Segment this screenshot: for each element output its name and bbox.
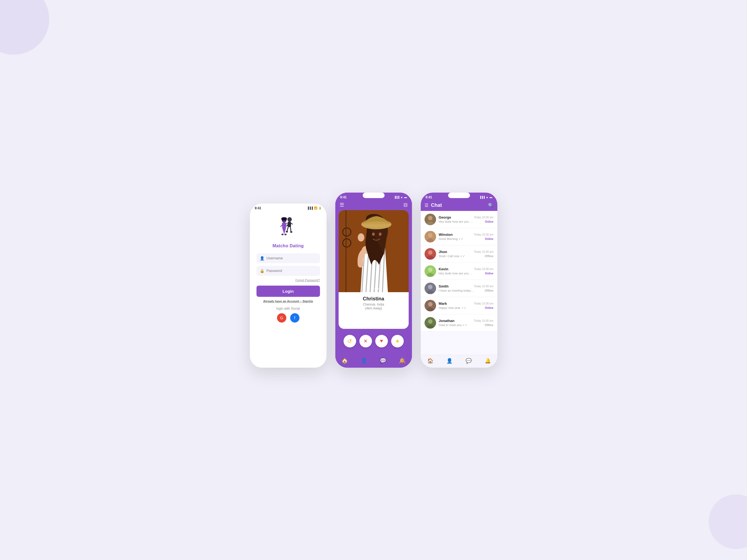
signup-bold: SignUp [303,299,313,303]
super-like-button[interactable]: ★ [391,335,404,347]
chat-title: Chat [431,203,485,208]
avatar-mark [424,300,436,311]
like-button[interactable]: ♥ [375,335,388,347]
username-input[interactable] [266,256,317,260]
chat-status-jonathan: Offline [485,324,493,327]
login-button[interactable]: Login [256,286,320,297]
svg-point-14 [284,234,287,235]
bell-nav-icon[interactable]: 🔔 [399,357,406,364]
bg-decoration-right [709,494,747,549]
home-nav-icon[interactable]: 🏠 [341,357,348,364]
login-status-bar: 9:41 ▐▐▐ 📶 🔋 [250,204,327,212]
login-time: 9:41 [255,206,261,210]
social-label: login with Social [276,307,300,311]
svg-point-41 [428,250,433,255]
chat-home-nav[interactable]: 🏠 [427,358,433,364]
login-phone: 9:41 ▐▐▐ 📶 🔋 [250,204,327,368]
svg-point-7 [290,231,292,233]
profile-status-icons: ▐▐▐ ▲ ▬ [394,195,407,198]
svg-point-44 [428,268,433,272]
chat-item-mark[interactable]: Mark Today 10.00 am Happy new year ✓✓ On… [421,297,497,314]
login-body: Matcho Dating 👤 🔒 Forgot Password? Login… [250,212,327,368]
svg-point-6 [286,231,288,233]
svg-point-32 [372,233,375,236]
svg-line-12 [285,223,288,224]
refresh-button[interactable]: ↺ [343,335,356,347]
chat-msg-jonathan: Glad to meet you ✓✓ [439,323,467,327]
chat-status-kevin: Online [485,272,493,275]
notch-pill [363,193,385,198]
signup-prefix: Already have an Account – [263,299,303,303]
chat-item-george[interactable]: George Today 10.00 am Hey dude how are y… [421,211,497,228]
chat-msg-smith: I have an meeting today ✓✓ [439,289,474,292]
signal-icon3: ▐▐▐ [479,196,485,198]
username-field-container[interactable]: 👤 [256,253,320,263]
svg-marker-10 [282,227,286,234]
chat-item-smith[interactable]: Smith Today 10.00 am I have an meeting t… [421,280,497,297]
dot-3 [374,288,376,289]
chat-status-jhon: Offline [485,255,493,258]
password-input[interactable] [266,269,317,273]
svg-rect-19 [345,210,346,292]
logo-area: Matcho Dating [273,214,304,248]
dot-4 [377,288,379,289]
svg-point-13 [281,234,284,235]
profile-info: Christina Chennai, India (4km Away) [339,292,409,314]
logo-illustration [275,214,302,242]
google-login-button[interactable]: G [277,313,286,323]
chat-item-jonathan[interactable]: Jonathan Today 10.00 am Glad to meet you… [421,314,497,331]
chat-name-smith: Smith [439,284,448,288]
logo-text: Matcho Dating [273,243,304,248]
profile-nav-icon[interactable]: 👤 [360,357,367,364]
chat-name-jhon: Jhon [439,250,447,254]
profile-actions: ↺ ✕ ♥ ★ [339,331,409,351]
chat-content-mark: Mark Today 10.00 am Happy new year ✓✓ On… [439,301,493,310]
svg-point-31 [361,221,391,227]
chat-item-kevin[interactable]: Kevin Today 10.00 am Hey dude how are yo… [421,263,497,280]
chat-name-mark: Mark [439,301,447,305]
chat-menu-icon[interactable]: ☰ [424,203,429,208]
chat-time-kevin: Today 10.00 am [474,268,493,271]
facebook-login-button[interactable]: f [290,313,300,323]
chat-content-jonathan: Jonathan Today 10.00 am Glad to meet you… [439,319,493,327]
avatar-george [424,214,436,225]
dislike-button[interactable]: ✕ [359,335,372,347]
user-icon: 👤 [260,256,264,261]
chat-nav-icon[interactable]: 💬 [380,357,387,364]
chat-messages-nav[interactable]: 💬 [466,358,472,364]
forgot-password-link[interactable]: Forgot Password? [295,278,320,282]
dot-2 [371,288,373,289]
svg-point-0 [287,217,292,221]
chat-item-winston[interactable]: Winston Today 10.00 am Good Morning ✓✓ O… [421,228,497,245]
profile-location: Chennai, India (4km Away) [343,302,404,310]
profile-time: 9:41 [340,195,347,199]
filter-icon[interactable]: ⊟ [404,202,408,208]
svg-line-4 [287,227,288,232]
chat-time-winston: Today 10.00 am [474,233,493,236]
facebook-icon: f [294,315,295,320]
bg-decoration-left [0,0,49,55]
chat-content-smith: Smith Today 10.00 am I have an meeting t… [439,284,493,292]
svg-point-33 [379,233,382,236]
chat-item-jhon[interactable]: Jhon Today 10.00 am Shall i Call now ✓✓ … [421,245,497,263]
chat-msg-kevin: Hey dude how are you ✓✓ [439,272,474,275]
svg-point-50 [428,302,433,306]
chat-status-smith: Offline [485,289,493,292]
photo-dots [368,288,379,289]
chat-time-smith: Today 10.00 am [474,285,493,288]
signup-link[interactable]: Already have an Account – SignUp [263,299,313,303]
profile-bottom-nav: 🏠 👤 💬 🔔 [335,354,412,368]
avatar-jhon [424,248,436,260]
battery-icon: 🔋 [318,207,321,210]
chat-search-icon[interactable]: 🔍 [488,203,493,208]
chat-body: ☰ Chat 🔍 George [421,201,497,368]
chat-bell-nav[interactable]: 🔔 [485,358,491,364]
chat-content-george: George Today 10.00 am Hey dude how are y… [439,215,493,223]
lock-icon: 🔒 [260,269,264,273]
profile-body: ☰ ⊟ [335,201,412,368]
hamburger-icon[interactable]: ☰ [340,202,344,208]
chat-time-jonathan: Today 10.00 am [474,319,493,322]
chat-profile-nav[interactable]: 👤 [446,358,453,364]
google-icon: G [280,315,283,320]
password-field-container[interactable]: 🔒 [256,266,320,276]
